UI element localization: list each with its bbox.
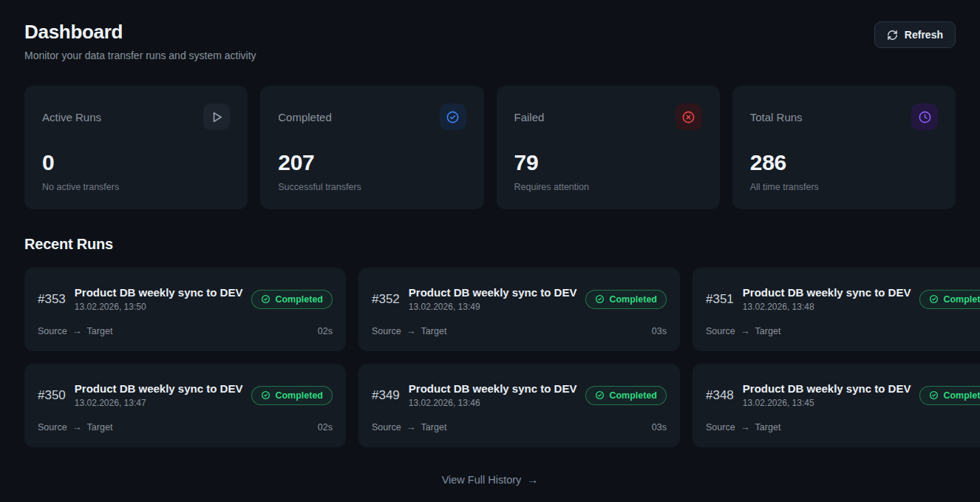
stat-label: Completed (278, 111, 332, 123)
stat-label: Failed (514, 111, 545, 123)
stat-value: 79 (514, 150, 702, 175)
run-title: Product DB weekly sync to DEV (743, 286, 911, 299)
status-badge: Completed (585, 386, 667, 405)
run-timestamp: 13.02.2026, 13:48 (743, 302, 911, 312)
status-badge: Completed (251, 386, 333, 405)
stat-label: Total Runs (750, 111, 803, 123)
check-circle-icon (440, 104, 466, 130)
stat-card-completed: Completed 207 Successful transfers (260, 86, 483, 209)
check-circle-icon (929, 294, 939, 304)
source-label: Source (706, 422, 735, 433)
run-id: #350 (38, 388, 66, 403)
run-id: #348 (706, 388, 734, 403)
header: Dashboard Monitor your data transfer run… (24, 21, 956, 61)
header-text: Dashboard Monitor your data transfer run… (24, 21, 256, 61)
stat-value: 286 (750, 150, 938, 175)
run-route: Source → Target (38, 325, 112, 336)
status-badge-label: Completed (609, 390, 657, 401)
footer: View Full History → (24, 473, 956, 486)
run-duration: 02s (318, 326, 333, 336)
arrow-right-icon: → (406, 325, 416, 336)
status-badge: Completed (585, 290, 667, 309)
check-circle-icon (929, 390, 939, 400)
run-route: Source → Target (372, 325, 446, 336)
status-badge-label: Completed (275, 390, 323, 401)
stat-card-total-runs: Total Runs 286 All time transfers (732, 86, 956, 209)
status-badge: Completed (919, 290, 980, 309)
view-full-history-link[interactable]: View Full History → (442, 473, 539, 486)
run-title: Product DB weekly sync to DEV (409, 286, 577, 299)
refresh-button[interactable]: Refresh (874, 21, 956, 48)
stat-label: Active Runs (42, 111, 101, 123)
run-card[interactable]: #349 Product DB weekly sync to DEV 13.02… (358, 364, 680, 447)
check-circle-icon (261, 294, 270, 304)
recent-runs-heading: Recent Runs (24, 236, 956, 253)
runs-grid: #353 Product DB weekly sync to DEV 13.02… (24, 268, 956, 447)
run-card[interactable]: #348 Product DB weekly sync to DEV 13.02… (693, 364, 980, 447)
run-id: #352 (372, 292, 400, 307)
clock-icon (911, 104, 938, 130)
target-label: Target (755, 326, 781, 336)
stat-caption: All time transfers (750, 182, 938, 192)
run-timestamp: 13.02.2026, 13:49 (409, 302, 577, 312)
run-route: Source → Target (38, 421, 112, 433)
status-badge-label: Completed (943, 294, 980, 305)
arrow-right-icon: → (406, 421, 416, 433)
target-label: Target (755, 422, 781, 433)
refresh-button-label: Refresh (905, 29, 943, 41)
run-card[interactable]: #350 Product DB weekly sync to DEV 13.02… (24, 364, 346, 447)
run-timestamp: 13.02.2026, 13:45 (743, 398, 911, 408)
run-card[interactable]: #353 Product DB weekly sync to DEV 13.02… (24, 268, 346, 351)
source-label: Source (706, 326, 735, 336)
stat-value: 0 (42, 150, 230, 175)
run-id: #353 (38, 292, 66, 307)
view-full-history-label: View Full History (442, 474, 522, 486)
run-timestamp: 13.02.2026, 13:46 (409, 398, 577, 408)
check-circle-icon (261, 390, 270, 400)
run-id: #349 (372, 388, 400, 403)
run-duration: 03s (652, 326, 667, 336)
run-card[interactable]: #352 Product DB weekly sync to DEV 13.02… (358, 268, 680, 351)
run-timestamp: 13.02.2026, 13:50 (75, 302, 243, 312)
x-circle-icon (676, 104, 702, 130)
run-route: Source → Target (706, 421, 780, 433)
stat-caption: Successful transfers (278, 182, 466, 192)
arrow-right-icon: → (72, 325, 82, 336)
status-badge: Completed (251, 290, 333, 309)
run-title: Product DB weekly sync to DEV (75, 286, 243, 299)
run-title: Product DB weekly sync to DEV (409, 382, 577, 395)
page-title: Dashboard (24, 21, 256, 44)
target-label: Target (421, 326, 447, 336)
status-badge-label: Completed (275, 294, 323, 305)
status-badge: Completed (919, 386, 980, 405)
check-circle-icon (595, 294, 605, 304)
stat-caption: Requires attention (514, 182, 702, 192)
target-label: Target (87, 422, 113, 433)
source-label: Source (372, 422, 401, 433)
status-badge-label: Completed (609, 294, 657, 305)
stat-caption: No active transfers (42, 182, 230, 192)
run-route: Source → Target (706, 325, 780, 336)
run-timestamp: 13.02.2026, 13:47 (75, 398, 243, 408)
target-label: Target (421, 422, 447, 433)
source-label: Source (38, 326, 67, 336)
run-id: #351 (706, 292, 734, 307)
run-card[interactable]: #351 Product DB weekly sync to DEV 13.02… (693, 268, 980, 351)
check-circle-icon (595, 390, 605, 400)
arrow-right-icon: → (72, 421, 82, 433)
dashboard-page: Dashboard Monitor your data transfer run… (0, 0, 980, 486)
status-badge-label: Completed (943, 390, 980, 401)
run-duration: 03s (652, 422, 667, 433)
page-subtitle: Monitor your data transfer runs and syst… (24, 50, 256, 61)
run-title: Product DB weekly sync to DEV (743, 382, 911, 395)
run-route: Source → Target (372, 421, 446, 433)
stat-value: 207 (278, 150, 466, 175)
target-label: Target (87, 326, 113, 336)
refresh-icon (887, 30, 898, 41)
arrow-right-icon: → (741, 325, 750, 336)
run-title: Product DB weekly sync to DEV (75, 382, 243, 395)
run-duration: 02s (318, 422, 333, 433)
stat-card-failed: Failed 79 Requires attention (497, 86, 720, 209)
source-label: Source (38, 422, 67, 433)
play-icon (203, 104, 230, 130)
